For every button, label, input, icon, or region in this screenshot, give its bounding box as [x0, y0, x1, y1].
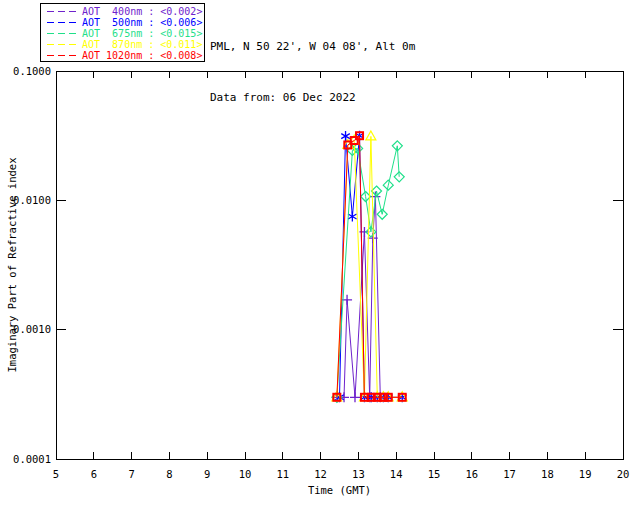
- x-tick-label: 20: [617, 468, 630, 480]
- plot-page: AOT 400nm : <0.002> AOT 500nm : <0.006> …: [0, 0, 640, 512]
- x-tick-label: 7: [128, 468, 134, 480]
- legend-item: AOT 675nm : <0.015>: [47, 28, 204, 39]
- legend-item: AOT 400nm : <0.002>: [47, 6, 204, 17]
- y-tick-label: 0.1000: [13, 65, 51, 77]
- x-tick-label: 12: [314, 468, 327, 480]
- legend-line-sample: [47, 22, 77, 23]
- x-axis-title: Time (GMT): [308, 484, 371, 496]
- x-tick-label: 8: [166, 468, 172, 480]
- x-tick-label: 18: [541, 468, 554, 480]
- station-info: PML, N 50 22', W 04 08', Alt 0m: [210, 38, 415, 55]
- legend-item-label: AOT 870nm : <0.011>: [82, 39, 202, 50]
- x-tick-label: 10: [239, 468, 252, 480]
- legend-item: AOT 870nm : <0.011>: [47, 39, 204, 50]
- legend-line-sample: [47, 11, 77, 12]
- legend-line-sample: [47, 55, 77, 56]
- x-tick-label: 5: [53, 468, 59, 480]
- legend-line-sample: [47, 33, 77, 34]
- asterisk-marker: [348, 211, 357, 221]
- legend-item-label: AOT 675nm : <0.015>: [82, 28, 202, 39]
- legend-item-label: AOT 500nm : <0.006>: [82, 17, 202, 28]
- y-tick-label: 0.0001: [13, 453, 51, 465]
- x-tick-label: 17: [503, 468, 516, 480]
- x-tick-label: 15: [428, 468, 441, 480]
- legend-box: AOT 400nm : <0.002> AOT 500nm : <0.006> …: [40, 3, 205, 62]
- plus-marker: [350, 392, 360, 402]
- legend-item-label: AOT 400nm : <0.002>: [82, 6, 202, 17]
- legend-line-sample: [47, 44, 77, 45]
- x-tick-label: 14: [390, 468, 403, 480]
- legend-item-label: AOT 1020nm : <0.008>: [82, 50, 202, 61]
- legend-item: AOT 1020nm : <0.008>: [47, 50, 204, 61]
- y-tick-label: 0.0010: [13, 323, 51, 335]
- y-tick-label: 0.0100: [13, 194, 51, 206]
- x-tick-label: 16: [465, 468, 478, 480]
- x-tick-label: 6: [91, 468, 97, 480]
- x-tick-label: 13: [352, 468, 365, 480]
- plot-header: PML, N 50 22', W 04 08', Alt 0m Data fro…: [210, 4, 415, 140]
- x-tick-label: 19: [579, 468, 592, 480]
- x-tick-label: 11: [276, 468, 289, 480]
- y-axis-title: Imaginary Part of Refractive index: [6, 158, 18, 373]
- data-date: Data from: 06 Dec 2022: [210, 89, 415, 106]
- x-tick-label: 9: [204, 468, 210, 480]
- legend-item: AOT 500nm : <0.006>: [47, 17, 204, 28]
